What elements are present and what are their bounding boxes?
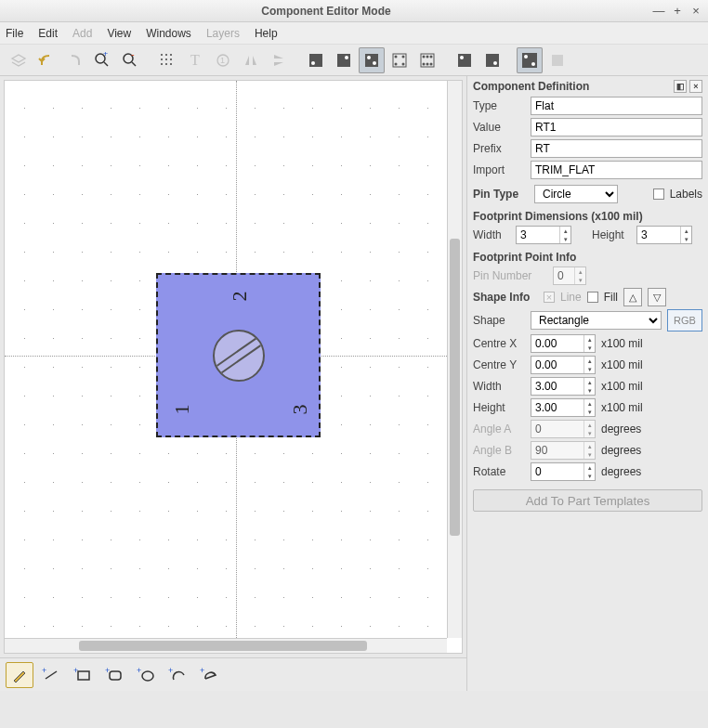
draw-arc-icon[interactable]: + [164, 662, 191, 688]
component-rect[interactable]: 1 2 3 [156, 273, 321, 437]
menu-edit[interactable]: Edit [38, 27, 58, 40]
minimize-icon[interactable]: — [652, 5, 665, 18]
svg-point-37 [493, 61, 497, 65]
draw-ellipse-icon[interactable]: + [132, 662, 160, 688]
sh-label: Height [473, 401, 525, 414]
draw-pencil-icon[interactable] [6, 662, 33, 688]
svg-point-33 [430, 62, 433, 65]
dim-height-spinner[interactable]: ▴▾ [636, 226, 692, 244]
pinnum-label: Pin Number [473, 269, 547, 282]
grid-icon[interactable] [154, 47, 180, 73]
horizontal-scrollbar[interactable] [5, 638, 447, 653]
down-triangle-button[interactable]: ▽ [648, 288, 666, 306]
obj-c-icon[interactable] [359, 47, 385, 73]
svg-point-25 [395, 62, 398, 65]
labels-cb-label: Labels [670, 188, 702, 201]
svg-point-39 [524, 55, 528, 58]
obj-f-icon[interactable] [452, 47, 478, 73]
obj-e-icon[interactable] [414, 47, 440, 73]
type-field[interactable] [531, 97, 702, 115]
svg-text:+: + [42, 668, 46, 675]
svg-point-23 [395, 55, 398, 58]
rot-spinner[interactable]: ▴▾ [531, 462, 596, 481]
zoom-out-icon[interactable]: - [117, 47, 143, 73]
svg-point-12 [170, 63, 172, 65]
obj-b-icon[interactable] [331, 47, 357, 73]
aa-spinner: ▴▾ [531, 420, 596, 438]
svg-rect-17 [337, 54, 350, 67]
prefix-field[interactable] [531, 139, 702, 158]
pin-label-3: 3 [288, 405, 312, 415]
value-label: Value [473, 121, 525, 134]
menubar: File Edit Add View Windows Layers Help [0, 22, 708, 45]
shapeinfo-label: Shape Info [473, 291, 538, 304]
svg-point-8 [165, 58, 167, 60]
sh-spinner[interactable]: ▴▾ [531, 398, 596, 417]
menu-view[interactable]: View [107, 27, 131, 40]
svg-point-35 [460, 56, 464, 59]
pintype-select[interactable]: Circle [534, 185, 618, 203]
draw-rect-icon[interactable]: + [69, 662, 97, 688]
add-templates-button[interactable]: Add To Part Templates [473, 489, 702, 512]
svg-point-18 [345, 56, 348, 59]
cy-spinner[interactable]: ▴▾ [531, 356, 596, 374]
pin-label-1: 1 [170, 405, 194, 415]
svg-point-4 [161, 54, 163, 56]
import-field[interactable] [531, 161, 702, 179]
svg-text:+: + [200, 668, 204, 675]
menu-help[interactable]: Help [255, 27, 278, 40]
svg-rect-44 [78, 671, 89, 680]
svg-point-11 [165, 63, 167, 65]
cy-label: Centre Y [473, 358, 525, 371]
ab-unit: degrees [601, 444, 641, 457]
ab-spinner: ▴▾ [531, 441, 596, 460]
line-cb-label: Line [560, 291, 582, 304]
dim-width-spinner[interactable]: ▴▾ [516, 226, 571, 244]
aa-unit: degrees [601, 422, 641, 436]
canvas[interactable]: 1 2 3 [5, 81, 447, 638]
panel-detach-icon[interactable]: ◧ [674, 80, 687, 93]
svg-rect-41 [552, 55, 563, 66]
panel-close-icon[interactable]: × [689, 80, 702, 93]
up-triangle-button[interactable]: △ [623, 288, 642, 306]
svg-rect-46 [110, 671, 121, 680]
obj-h-icon[interactable] [517, 47, 543, 73]
type-label: Type [473, 99, 525, 112]
sw-label: Width [473, 380, 525, 393]
svg-point-20 [367, 56, 371, 59]
point-title: Footprint Point Info [473, 251, 702, 264]
draw-roundrect-icon[interactable]: + [100, 662, 128, 688]
svg-point-48 [142, 671, 153, 681]
close-icon[interactable]: × [689, 5, 702, 18]
maximize-icon[interactable]: + [671, 5, 684, 18]
import-label: Import [473, 163, 525, 176]
shape-select[interactable]: Rectangle [531, 311, 662, 330]
line-checkbox[interactable] [544, 292, 555, 303]
undo-icon[interactable] [33, 47, 59, 73]
cy-unit: x100 mil [601, 358, 643, 371]
obj-g-icon[interactable] [479, 47, 505, 73]
fill-checkbox[interactable] [587, 292, 598, 303]
sw-spinner[interactable]: ▴▾ [531, 377, 596, 396]
menu-windows[interactable]: Windows [146, 27, 191, 40]
rot-label: Rotate [473, 465, 525, 478]
obj-d-icon[interactable] [387, 47, 413, 73]
draw-toolbar: + + + + + + [0, 657, 466, 691]
rgb-button[interactable]: RGB [667, 309, 702, 332]
pinnum-spinner: ▴▾ [553, 266, 586, 285]
vertical-scrollbar[interactable] [447, 81, 462, 638]
draw-line-icon[interactable]: + [37, 662, 65, 688]
cx-spinner[interactable]: ▴▾ [531, 334, 596, 353]
svg-point-5 [165, 54, 167, 56]
value-field[interactable] [531, 118, 702, 136]
fill-cb-label: Fill [604, 291, 618, 304]
labels-checkbox[interactable] [653, 188, 664, 200]
pin-label-2: 2 [228, 292, 252, 302]
ab-label: Angle B [473, 444, 525, 457]
titlebar: Component Editor Mode — + × [0, 0, 708, 22]
zoom-in-icon[interactable]: + [89, 47, 115, 73]
menu-file[interactable]: File [6, 27, 23, 40]
obj-a-icon[interactable] [303, 47, 329, 73]
draw-chord-icon[interactable]: + [195, 662, 223, 688]
obj-i-icon [544, 47, 570, 73]
